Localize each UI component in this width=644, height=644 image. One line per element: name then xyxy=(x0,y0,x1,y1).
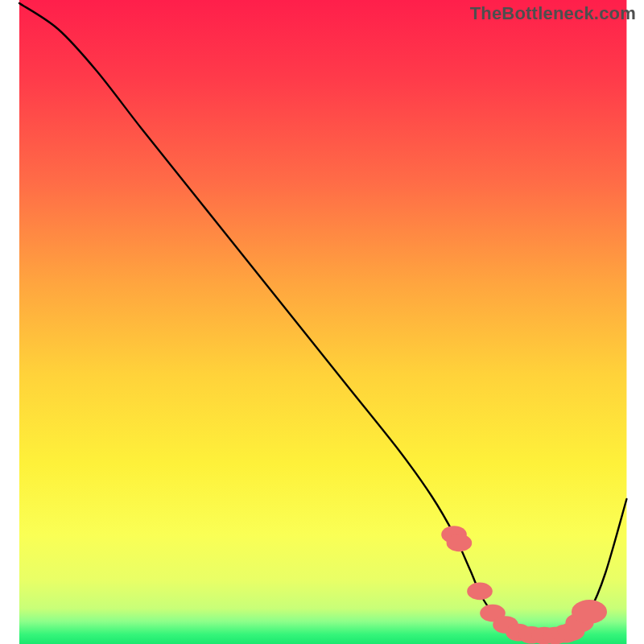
optimal-dot xyxy=(447,535,473,552)
optimal-dot xyxy=(572,600,607,624)
bottleneck-chart xyxy=(0,0,644,644)
optimal-dot xyxy=(467,583,493,601)
gradient-fill-rect xyxy=(19,0,626,644)
watermark-text: TheBottleneck.com xyxy=(470,3,636,24)
chart-stage: TheBottleneck.com xyxy=(0,0,644,644)
